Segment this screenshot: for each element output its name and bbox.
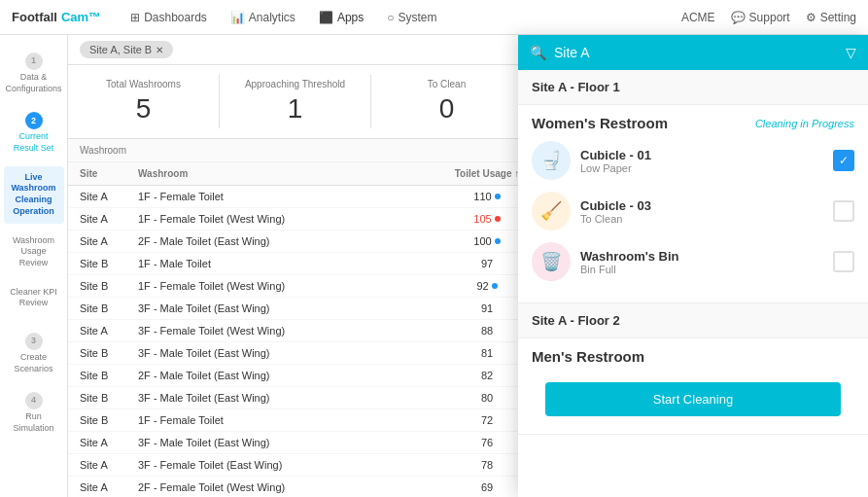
tenant-label: ACME [681, 11, 715, 24]
womens-restroom-block: Women's Restroom Cleaning in Progress 🚽 … [518, 105, 868, 303]
site-cell: Site A [80, 459, 138, 471]
sidebar-item-cleaner[interactable]: Cleaner KPI Review [4, 281, 64, 315]
washroom-cell: 3F - Male Toilet (East Wing) [138, 392, 438, 404]
nav-analytics[interactable]: 📊 Analytics [221, 7, 305, 28]
mens-room-header: Men's Restroom [532, 348, 854, 365]
washroom-cell: 1F - Female Toilet (West Wing) [138, 280, 438, 292]
site-cell: Site B [80, 347, 138, 359]
washroom-cell: 1F - Female Toilet [138, 414, 438, 426]
floor-1-section: Site A - Floor 1 Women's Restroom Cleani… [518, 70, 868, 303]
site-cell: Site A [80, 191, 138, 202]
overlay-search-input[interactable] [554, 45, 838, 60]
message-icon: 💬 [731, 11, 746, 24]
stat-to-clean: To Clean 0 [371, 75, 523, 128]
site-cell: Site A [80, 213, 138, 225]
col-washroom-header: Washroom [138, 168, 438, 179]
womens-room-header: Women's Restroom Cleaning in Progress [532, 115, 854, 131]
washroom-cell: 3F - Male Toilet (East Wing) [138, 437, 438, 448]
stat-approaching: Approaching Threshold 1 [220, 75, 371, 128]
washroom-cell: 2F - Female Toilet (West Wing) [138, 481, 438, 493]
washroom-cell: 3F - Male Toilet (East Wing) [138, 347, 438, 359]
washroom-cell: 1F - Male Toilet [138, 258, 438, 269]
cubicle-01-checkbox[interactable]: ✓ [833, 150, 854, 171]
step-3-badge: 3 [25, 333, 43, 350]
washroom-cell: 1F - Female Toilet [138, 191, 438, 202]
mens-room-title: Men's Restroom [532, 348, 644, 365]
nav-system[interactable]: ○ System [377, 7, 446, 28]
cubicle-03-checkbox[interactable] [833, 200, 854, 222]
site-cell: Site A [80, 437, 138, 448]
nav-apps[interactable]: ⬛ Apps [309, 7, 373, 28]
bin-info: Washroom's Bin Bin Full [580, 249, 823, 275]
sidebar-item-usage[interactable]: Washroom Usage Review [4, 230, 64, 275]
washroom-cell: 3F - Female Toilet (West Wing) [138, 325, 438, 337]
mens-restroom-block: Men's Restroom Start Cleaning [518, 338, 868, 435]
site-tab[interactable]: Site A, Site B ✕ [80, 41, 173, 58]
floor-1-header: Site A - Floor 1 [518, 70, 868, 105]
gear-icon: ⚙ [806, 11, 816, 24]
washroom-cell: 3F - Male Toilet (East Wing) [138, 302, 438, 314]
sidebar-item-scenarios[interactable]: 3 Create Scenarios [4, 327, 64, 380]
site-cell: Site A [80, 235, 138, 247]
overlay-search-bar: 🔍 ▽ [518, 35, 868, 70]
col-site-header: Site [80, 168, 138, 179]
floor-2-header: Site A - Floor 2 [518, 303, 868, 338]
sidebar: 1 Data & Configurations 2 Current Result… [0, 35, 68, 497]
site-cell: Site B [80, 280, 138, 292]
overlay-search-icon: 🔍 [530, 45, 546, 60]
grid-icon: ⊞ [130, 11, 140, 24]
bin-checkbox[interactable] [833, 251, 854, 272]
washroom-cell: 2F - Male Toilet (East Wing) [138, 235, 438, 247]
broom-icon: 🧹 [532, 192, 571, 231]
stat-total-washrooms: Total Washrooms 5 [68, 75, 220, 128]
step-1-badge: 1 [25, 53, 43, 70]
close-icon[interactable]: ✕ [156, 45, 163, 55]
sidebar-item-data[interactable]: 1 Data & Configurations [4, 47, 64, 100]
cubicle-01-item: 🚽 Cubicle - 01 Low Paper ✓ [532, 141, 854, 180]
nav-right: ACME 💬 Support ⚙ Setting [681, 11, 856, 24]
site-cell: Site B [80, 370, 138, 381]
top-nav: FootfallCam™ ⊞ Dashboards 📊 Analytics ⬛ … [0, 0, 868, 35]
washroom-cell: 3F - Female Toilet (East Wing) [138, 459, 438, 471]
nav-items: ⊞ Dashboards 📊 Analytics ⬛ Apps ○ System [121, 7, 446, 28]
cubicle-03-item: 🧹 Cubicle - 03 To Clean [532, 192, 854, 231]
bin-item: 🗑️ Washroom's Bin Bin Full [532, 242, 854, 281]
support-btn[interactable]: 💬 Support [731, 11, 790, 24]
womens-room-status: Cleaning in Progress [755, 118, 854, 129]
floor-2-section: Site A - Floor 2 Men's Restroom Start Cl… [518, 303, 868, 435]
logo-footfall: Footfall [12, 10, 57, 24]
overlay-body: Site A - Floor 1 Women's Restroom Cleani… [518, 70, 868, 497]
settings-btn[interactable]: ⚙ Setting [806, 11, 856, 24]
site-cell: Site A [80, 325, 138, 337]
toilet-icon: 🚽 [532, 141, 571, 180]
sidebar-item-live[interactable]: Live Washroom Cleaning Operation [4, 166, 64, 224]
site-cell: Site A [80, 481, 138, 493]
womens-room-title: Women's Restroom [532, 115, 668, 131]
logo: FootfallCam™ [12, 10, 101, 24]
sidebar-item-result[interactable]: 2 Current Result Set [4, 106, 64, 160]
overlay-panel: 🔍 ▽ Site A - Floor 1 Women's Restroom Cl… [518, 35, 868, 497]
apps-icon: ⬛ [319, 11, 333, 24]
cubicle-01-info: Cubicle - 01 Low Paper [580, 148, 823, 174]
mens-room-footer: Start Cleaning [532, 374, 854, 424]
washroom-cell: 2F - Male Toilet (East Wing) [138, 370, 438, 381]
site-cell: Site B [80, 392, 138, 404]
bin-icon: 🗑️ [532, 242, 571, 281]
site-cell: Site B [80, 414, 138, 426]
overlay-filter-icon[interactable]: ▽ [846, 45, 856, 60]
nav-dashboards[interactable]: ⊞ Dashboards [121, 7, 217, 28]
cubicle-03-info: Cubicle - 03 To Clean [580, 198, 823, 225]
site-cell: Site B [80, 258, 138, 269]
site-cell: Site B [80, 302, 138, 314]
sidebar-item-simulation[interactable]: 4 Run Simulation [4, 386, 64, 440]
chart-icon: 📊 [230, 11, 245, 24]
step-2-badge: 2 [25, 112, 43, 129]
washroom-cell: 1F - Female Toilet (West Wing) [138, 213, 438, 225]
step-4-badge: 4 [25, 392, 43, 409]
system-icon: ○ [387, 11, 394, 24]
start-cleaning-button[interactable]: Start Cleaning [545, 382, 841, 416]
logo-cam: Cam™ [61, 10, 101, 24]
